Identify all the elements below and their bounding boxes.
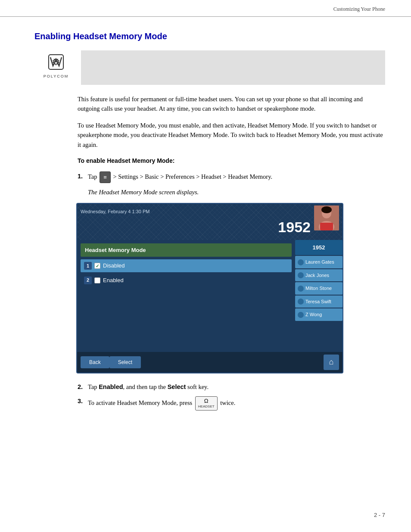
step-3-text-suffix: twice. <box>220 399 235 406</box>
contact-wong-label: Z Wong <box>305 312 322 317</box>
contact-ext-label: 1952 <box>313 244 325 251</box>
phone-main-area: Headset Memory Mode 1 Disabled 2 Enabled <box>77 240 295 352</box>
headset-symbol: Ω <box>198 398 215 405</box>
contact-milton-stone[interactable]: Milton Stone <box>295 282 342 295</box>
step-3-text-prefix: To activate Headset Memory Mode, press <box>88 399 192 406</box>
contact-lauren-label: Lauren Gates <box>305 259 334 264</box>
polycom-logo-icon: ⚙ <box>44 54 68 73</box>
checkbox-disabled[interactable] <box>94 263 100 269</box>
contact-milton-label: Milton Stone <box>305 286 332 291</box>
phone-sidebar: 1952 Lauren Gates Jack Jones Milton Ston… <box>295 240 342 352</box>
logo-block: ⚙ POLYCOM <box>34 50 78 85</box>
phone-menu-title: Headset Memory Mode <box>81 243 292 257</box>
avatar-image <box>314 205 339 230</box>
checkbox-enabled[interactable] <box>94 277 100 283</box>
home-icon: ⌂ <box>329 356 334 368</box>
phone-avatar <box>314 205 339 230</box>
page-header: Customizing Your Phone <box>0 0 411 17</box>
step-1-caption: The Headset Memory Mode screen displays. <box>88 187 385 197</box>
contact-jack-jones[interactable]: Jack Jones <box>295 269 342 282</box>
hero-image-placeholder <box>81 50 385 85</box>
intro-para-1: This feature is useful for permanent or … <box>78 94 385 114</box>
phone-bottom-bar: Back Select ⌂ <box>77 352 342 373</box>
page-footer-number: 2 - 7 <box>374 511 385 520</box>
page-title: Enabling Headset Memory Mode <box>34 30 385 43</box>
svg-point-4 <box>321 206 332 213</box>
phone-body: Headset Memory Mode 1 Disabled 2 Enabled… <box>77 240 342 352</box>
contact-teresa-label: Teresa Swift <box>305 299 331 304</box>
polycom-logo-text: POLYCOM <box>44 74 68 80</box>
svg-rect-6 <box>320 223 333 230</box>
item-label-disabled: Disabled <box>103 261 125 270</box>
phone-extension-large: 1952 <box>81 216 314 238</box>
step-1-text: Tap ≡ > Settings > Basic > Preferences >… <box>88 171 272 183</box>
phone-date-time: Wednesday, February 4 1:30 PM <box>81 208 149 215</box>
step-3-number: 3. <box>78 396 88 406</box>
item-num-1: 1 <box>84 262 92 270</box>
home-button[interactable]: ⌂ <box>324 355 339 370</box>
contact-jack-label: Jack Jones <box>305 273 329 278</box>
step-1-number: 1. <box>78 171 88 181</box>
back-button[interactable]: Back <box>81 356 109 368</box>
item-num-2: 2 <box>84 277 92 284</box>
breadcrumb: Customizing Your Phone <box>333 6 385 12</box>
contact-lauren-gates[interactable]: Lauren Gates <box>295 256 342 268</box>
main-content: Enabling Headset Memory Mode ⚙ POLYCOM T… <box>0 17 411 441</box>
step-2-number: 2. <box>78 382 88 392</box>
subsection-label: To enable Headset Memory Mode: <box>78 156 385 165</box>
contact-ext[interactable]: 1952 <box>295 240 342 255</box>
step-1-text-prefix: Tap <box>88 173 97 180</box>
contact-z-wong[interactable]: Z Wong <box>295 308 342 321</box>
contact-teresa-swift[interactable]: Teresa Swift <box>295 296 342 308</box>
select-button[interactable]: Select <box>109 356 141 368</box>
phone-screen: Wednesday, February 4 1:30 PM 1952 <box>76 203 343 373</box>
intro-para-2: To use Headset Memory Mode, you must ena… <box>78 121 385 149</box>
phone-header-left: Wednesday, February 4 1:30 PM 1952 <box>81 205 314 238</box>
step-3-text: To activate Headset Memory Mode, press Ω… <box>88 396 235 411</box>
step-2-text: Tap Enabled, and then tap the Select sof… <box>88 382 209 392</box>
item-label-enabled: Enabled <box>103 276 124 285</box>
image-area: ⚙ POLYCOM <box>34 50 385 85</box>
menu-item-disabled[interactable]: 1 Disabled <box>81 259 292 272</box>
step-1-text-suffix: > Settings > Basic > Preferences > Heads… <box>113 173 272 180</box>
menu-button-label: ≡ <box>103 174 107 180</box>
step-2: 2. Tap Enabled, and then tap the Select … <box>78 382 385 392</box>
headset-label: HEADSET <box>198 404 215 409</box>
phone-header: Wednesday, February 4 1:30 PM 1952 <box>77 204 342 240</box>
step-1: 1. Tap ≡ > Settings > Basic > Preference… <box>78 171 385 183</box>
headset-button-icon[interactable]: Ω HEADSET <box>195 396 218 411</box>
menu-item-enabled[interactable]: 2 Enabled <box>81 274 292 287</box>
menu-button-icon[interactable]: ≡ <box>100 171 111 183</box>
step-3: 3. To activate Headset Memory Mode, pres… <box>78 396 385 411</box>
